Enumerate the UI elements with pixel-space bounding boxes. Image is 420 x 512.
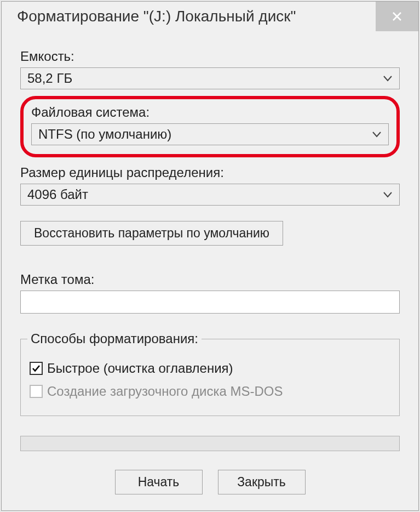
titlebar: Форматирование "(J:) Локальный диск" (2, 2, 418, 31)
allocation-label: Размер единицы распределения: (20, 165, 400, 180)
msdos-boot-row: Создание загрузочного диска MS-DOS (30, 384, 390, 399)
chevron-down-icon (383, 190, 393, 200)
close-window-button[interactable] (376, 2, 418, 31)
restore-defaults-button[interactable]: Восстановить параметры по умолчанию (20, 221, 283, 246)
chevron-down-icon (383, 73, 393, 83)
format-progress-bar (20, 436, 400, 451)
filesystem-dropdown[interactable]: NTFS (по умолчанию) (31, 123, 389, 145)
msdos-boot-checkbox (30, 385, 43, 398)
allocation-value: 4096 байт (27, 187, 88, 202)
dialog-content: Емкость: 58,2 ГБ Файловая система: NTFS … (2, 31, 418, 510)
dialog-buttons: Начать Закрыть (20, 470, 400, 494)
close-icon (392, 11, 402, 22)
capacity-value: 58,2 ГБ (27, 71, 72, 86)
capacity-label: Емкость: (20, 49, 400, 64)
close-button[interactable]: Закрыть (218, 470, 306, 494)
filesystem-highlight: Файловая система: NTFS (по умолчанию) (20, 96, 400, 157)
window-title: Форматирование "(J:) Локальный диск" (17, 8, 296, 25)
format-options-group: Способы форматирования: Быстрое (очистка… (20, 331, 400, 416)
volume-label-input[interactable] (20, 291, 400, 314)
quick-format-row: Быстрое (очистка оглавления) (30, 361, 390, 376)
quick-format-label: Быстрое (очистка оглавления) (47, 361, 233, 376)
volume-label-label: Метка тома: (20, 272, 400, 287)
msdos-boot-label: Создание загрузочного диска MS-DOS (47, 384, 283, 399)
checkmark-icon (32, 364, 41, 373)
capacity-dropdown[interactable]: 58,2 ГБ (20, 67, 400, 89)
format-dialog: Форматирование "(J:) Локальный диск" Емк… (1, 1, 419, 511)
allocation-dropdown[interactable]: 4096 байт (20, 184, 400, 206)
format-options-legend: Способы форматирования: (27, 331, 202, 346)
start-button[interactable]: Начать (115, 470, 203, 494)
filesystem-label: Файловая система: (31, 105, 389, 120)
quick-format-checkbox[interactable] (30, 362, 43, 375)
filesystem-value: NTFS (по умолчанию) (38, 127, 171, 142)
chevron-down-icon (372, 129, 382, 139)
